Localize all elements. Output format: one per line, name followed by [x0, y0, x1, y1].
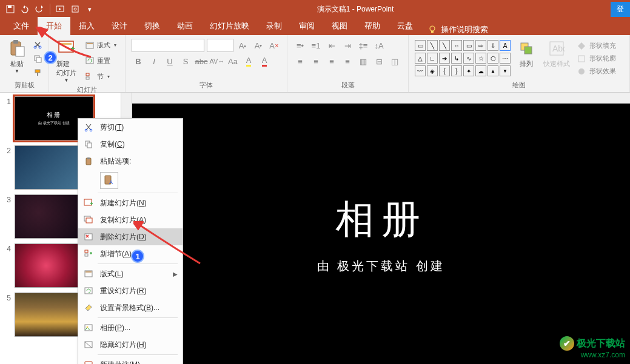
shape-more[interactable]: ⋯ [500, 53, 511, 64]
ctx-copy[interactable]: 复制(C) [78, 136, 183, 153]
bullets-button[interactable]: ≡• [293, 39, 307, 52]
login-button[interactable]: 登 [611, 2, 630, 17]
copy-icon[interactable] [33, 54, 42, 64]
ctx-album[interactable]: 相册(P)... [78, 319, 183, 336]
font-family-combo[interactable] [132, 39, 204, 52]
text-direction-button[interactable]: ↕A [372, 39, 386, 52]
char-spacing-button[interactable]: AV↔ [210, 55, 224, 68]
cut-icon[interactable] [33, 40, 42, 50]
ctx-new-slide[interactable]: 新建幻灯片(N) [78, 194, 183, 211]
ctx-add-section[interactable]: 新增节(A) [78, 245, 183, 262]
ctx-delete-slide[interactable]: 删除幻灯片(D) [78, 228, 183, 245]
shape-star[interactable]: ☆ [475, 53, 486, 64]
tab-record[interactable]: 录制 [258, 17, 290, 35]
tab-review[interactable]: 审阅 [290, 17, 323, 35]
increase-font-icon[interactable]: A▴ [236, 39, 249, 52]
tab-insert[interactable]: 插入 [70, 17, 103, 35]
tab-help[interactable]: 帮助 [356, 17, 389, 35]
preview-icon[interactable] [70, 4, 81, 15]
slide-title[interactable]: 相册 [335, 193, 427, 246]
tab-design[interactable]: 设计 [103, 17, 136, 35]
ctx-layout[interactable]: 版式(L) ▶ [78, 265, 183, 282]
redo-icon[interactable] [34, 4, 45, 15]
shape-textbox[interactable]: A [500, 40, 511, 51]
format-painter-icon[interactable] [33, 68, 42, 78]
paste-button[interactable]: 粘贴 ▼ [4, 38, 30, 79]
save-icon[interactable] [5, 4, 16, 15]
ctx-hide-slide[interactable]: 隐藏幻灯片(H) [78, 336, 183, 353]
font-color-button[interactable]: A [258, 55, 271, 68]
shape-effects-button[interactable]: 形状效果 [576, 65, 617, 77]
shape-oval[interactable]: ○ [451, 40, 462, 51]
line-spacing-button[interactable]: ‡≡ [357, 39, 370, 52]
align-left-button[interactable]: ≡ [293, 55, 307, 68]
shape-callout[interactable]: ◈ [427, 65, 438, 76]
shape-arrow-down[interactable]: ⇩ [488, 40, 498, 51]
shape-star2[interactable]: ✦ [463, 65, 474, 76]
tab-slideshow[interactable]: 幻灯片放映 [201, 17, 258, 35]
shape-tri[interactable]: △ [415, 53, 426, 64]
shape-conn[interactable]: ↳ [451, 53, 462, 64]
shape-expand[interactable]: ▼ [500, 65, 511, 76]
bold-button[interactable]: B [132, 55, 145, 68]
shape-brace[interactable]: { [439, 65, 450, 76]
slide-canvas[interactable]: 相册 由 极光下载站 创建 [132, 104, 630, 364]
shadow-button[interactable]: S [179, 55, 192, 68]
justify-button[interactable]: ≡ [341, 55, 354, 68]
strike-button[interactable]: abc [195, 55, 208, 68]
new-slide-button[interactable]: 新建 幻灯片 ▼ [53, 38, 80, 84]
section-button[interactable]: 节▾ [82, 70, 119, 82]
decrease-indent-button[interactable]: ⇤ [325, 39, 338, 52]
tab-cloud[interactable]: 云盘 [389, 17, 421, 35]
slideshow-start-icon[interactable] [55, 4, 66, 15]
underline-button[interactable]: U [163, 55, 176, 68]
shape-outline-button[interactable]: 形状轮廓 [576, 53, 617, 64]
smartart-button[interactable]: ◫ [388, 55, 401, 68]
shape-cloud[interactable]: ☁ [475, 65, 486, 76]
shape-rect[interactable]: ▭ [415, 40, 426, 51]
tab-home[interactable]: 开始 [38, 17, 70, 35]
shape-arrow-r[interactable]: ➔ [439, 53, 450, 64]
italic-button[interactable]: I [147, 55, 161, 68]
tab-view[interactable]: 视图 [323, 17, 356, 35]
align-right-button[interactable]: ≡ [325, 55, 338, 68]
paste-keep-source-icon[interactable]: A [100, 172, 118, 189]
layout-button[interactable]: 版式▾ [82, 39, 119, 51]
qat-customize-icon[interactable]: ▾ [84, 4, 95, 15]
tab-animations[interactable]: 动画 [169, 17, 201, 35]
shape-line2[interactable]: ╲ [439, 40, 450, 51]
current-slide[interactable]: 相册 由 极光下载站 创建 [132, 104, 630, 364]
ctx-new-comment[interactable]: 新建批注(M) [78, 356, 183, 364]
tab-file[interactable]: 文件 [5, 17, 38, 35]
shape-hex[interactable]: ⬡ [488, 53, 498, 64]
tell-me-search[interactable]: 操作说明搜索 [421, 24, 494, 35]
shapes-gallery[interactable]: ▭ ╲ ╲ ○ ▭ ⇨ ⇩ A △ ∟ ➔ ↳ ∿ ☆ ⬡ ⋯ 〰 ◈ { } [412, 38, 513, 79]
shape-free[interactable]: 〰 [415, 65, 426, 76]
shape-fill-button[interactable]: 形状填充 [576, 40, 617, 51]
numbering-button[interactable]: ≡1 [309, 39, 323, 52]
ctx-duplicate-slide[interactable]: 复制幻灯片(A) [78, 211, 183, 228]
undo-icon[interactable] [19, 4, 30, 15]
slide-subtitle[interactable]: 由 极光下载站 创建 [317, 258, 445, 274]
shape-l[interactable]: ∟ [427, 53, 438, 64]
ctx-reset-slide[interactable]: 重设幻灯片(R) [78, 282, 183, 299]
font-size-combo[interactable] [207, 39, 233, 52]
align-text-button[interactable]: ⊟ [372, 55, 386, 68]
shape-line[interactable]: ╲ [427, 40, 438, 51]
shape-brace2[interactable]: } [451, 65, 462, 76]
reset-button[interactable]: 重置 [82, 55, 119, 67]
shape-rect2[interactable]: ▭ [463, 40, 474, 51]
align-center-button[interactable]: ≡ [309, 55, 323, 68]
clear-format-icon[interactable]: A✕ [267, 39, 281, 52]
font-highlight-button[interactable]: A [242, 55, 255, 68]
arrange-button[interactable]: 排列 [513, 38, 540, 79]
shape-arrow[interactable]: ⇨ [475, 40, 486, 51]
quick-styles-button[interactable]: Abc 快速样式 [540, 38, 574, 79]
decrease-font-icon[interactable]: A▾ [252, 39, 265, 52]
increase-indent-button[interactable]: ⇥ [341, 39, 354, 52]
ctx-cut[interactable]: 剪切(T) [78, 119, 183, 136]
ctx-format-background[interactable]: 设置背景格式(B)... [78, 299, 183, 316]
shape-prev[interactable]: ▲ [488, 65, 498, 76]
shape-curve[interactable]: ∿ [463, 53, 474, 64]
columns-button[interactable]: ▥ [357, 55, 370, 68]
